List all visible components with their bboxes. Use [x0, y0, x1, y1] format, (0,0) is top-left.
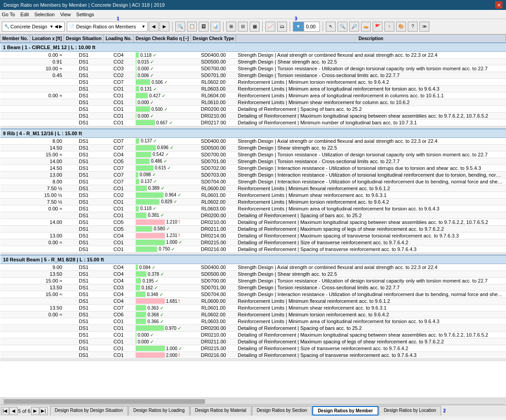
up-btn[interactable]: ↑ [384, 22, 394, 32]
table-row[interactable]: 13.50DS1CO40.378 ✓SD0500.00Strength Desi… [0, 271, 506, 278]
table-row[interactable]: 14.00DS1CO51.210 !DR0210.00Detailing of … [0, 219, 506, 225]
concrete-design-dropdown[interactable]: 🔧 Concrete Design ▼ ◀ ▶ [2, 22, 65, 32]
ratio-bar [136, 339, 137, 344]
cell-situation: DS1 [64, 178, 104, 185]
table-btn[interactable]: ⊞ [226, 22, 236, 32]
menu-settings[interactable]: Settings [76, 12, 94, 17]
prev-view-btn[interactable]: ◀ [149, 22, 159, 32]
tabs-container: Design Ratios by Design SituationDesign … [50, 406, 441, 415]
cell-type: SD0500.00 [191, 144, 236, 151]
table-row[interactable]: DS1CO50.580 ✓DR0211.00Detailing of Reinf… [0, 225, 506, 232]
pie-btn[interactable]: 🥧 [361, 22, 371, 32]
table-row[interactable]: DS1CO10.000 ✓DR0210.00Detailing of Reinf… [0, 113, 506, 119]
tab-2[interactable]: Design Ratios by Material [190, 406, 251, 415]
search-btn[interactable]: 🔍 [175, 22, 185, 32]
table-row[interactable]: 0.00 ≈DS1CO10.118 ✓RL0603.00Reinforcemen… [0, 205, 506, 212]
first-page-btn[interactable]: |◀ [1, 407, 9, 415]
ratio-value: 0.615 ✓ [155, 165, 171, 170]
copy-btn[interactable]: 📋 [187, 22, 197, 32]
cell-situation: DS1 [64, 298, 104, 305]
table-row[interactable]: 0.91DS1CO20.015 ✓SD0500.00Strength Desig… [0, 59, 506, 65]
search2-btn[interactable]: 🔍 [337, 22, 347, 32]
table-row[interactable]: DS1CO10.000 ✓RL0610.00Reinforcement Limi… [0, 99, 506, 106]
table-row[interactable]: 14.00DS1CO50.486 ✓SD0701.00Strength Desi… [0, 158, 506, 164]
prev-page-btn[interactable]: ◀ [9, 407, 18, 415]
next-view-btn[interactable]: ▶ [160, 22, 169, 32]
table-row[interactable]: 15.00 ½DS1CO20.964 ✓RL0601.00Reinforceme… [0, 192, 506, 198]
cell-ratio: 2.000 ! [134, 352, 191, 359]
table-row[interactable]: 15.00 ≈DS1CO40.348 ✓SD0704.00Strength De… [0, 291, 506, 298]
table-row[interactable]: 13.50DS1CO70.363 ✓RL0601.00Reinforcement… [0, 305, 506, 311]
cell-location [30, 79, 64, 86]
color-btn[interactable]: 🎨 [396, 22, 406, 32]
table-row[interactable]: DS1CO10.000 ✓DR0211.00Detailing of Reinf… [0, 338, 506, 345]
ratio-bar [136, 233, 165, 238]
horizontal-scrollbar[interactable] [0, 397, 506, 405]
table-row[interactable]: 0.00 ≈DS1CO11.000 ✓DR0215.00Detailing of… [0, 239, 506, 246]
image-btn[interactable]: 🖼 [199, 22, 209, 32]
table-row[interactable]: 14.50DS1CO70.615 ✓SD0702.00Strength Desi… [0, 164, 506, 171]
table-row[interactable]: DS1CO10.000 ✓DR0210.00Detailing of Reinf… [0, 332, 506, 338]
table-row[interactable]: DS1CO10.750 ✓DR0216.00Detailing of Reinf… [0, 246, 506, 252]
tab-1[interactable]: Design Ratios by Loading [128, 406, 190, 415]
cell-loading: CO2 [104, 192, 134, 198]
tab-0[interactable]: Design Ratios by Design Situation [50, 406, 128, 415]
table-row[interactable]: 10.00 ≈DS1CO30.000 ✓SD0700.00Strength De… [0, 65, 506, 72]
table-row[interactable]: 0.00 ≈DS1CO40.118 ✓SD0400.00Strength Des… [0, 52, 506, 59]
filter-active-btn[interactable]: ▼ [293, 22, 304, 32]
cell-member-no [0, 232, 30, 239]
table-row[interactable]: 0.00 ≈DS1CO10.427 ✓RL0604.00Reinforcemen… [0, 92, 506, 99]
menu-view[interactable]: View [60, 12, 71, 17]
table-row[interactable]: DS1CO10.970 ✓DR0200.00Detailing of Reinf… [0, 325, 506, 332]
table-row[interactable]: 14.50DS1CO70.696 ✓SD0500.00Strength Desi… [0, 144, 506, 151]
layout-btn[interactable]: ▦ [250, 22, 260, 32]
table-row[interactable]: DS1CO10.131 ✓RL0603.00Reinforcement Limi… [0, 86, 506, 92]
expand-btn[interactable]: ≫ [419, 22, 429, 32]
ratio-bar [136, 240, 165, 245]
table-row[interactable]: 15.00 ≈DS1CO40.542 ✓SD0700.00Strength De… [0, 151, 506, 158]
table-row[interactable]: 0.45DS1CO20.006 ✓SD0701.00Strength Desig… [0, 72, 506, 79]
table-row[interactable]: 13.50DS1CO30.162 ✓SD0701.00Strength Desi… [0, 284, 506, 291]
flag-btn[interactable]: 🚩 [373, 22, 383, 32]
table-row[interactable]: DS1CO12.000 !DR0216.00Detailing of Reinf… [0, 352, 506, 359]
title-bar-text: Design Ratio on Members by Member | Conc… [4, 2, 165, 8]
cell-member-no [0, 158, 30, 164]
next-page-btn[interactable]: ▶ [31, 407, 39, 415]
chart-btn[interactable]: 📈 [265, 22, 275, 32]
tab-4[interactable]: Design Ratios by Member [312, 406, 378, 415]
help-btn[interactable]: ? [408, 22, 418, 32]
table-row[interactable]: DS1CO10.366 ✓RL0603.00Reinforcement Limi… [0, 318, 506, 325]
cursor-btn[interactable]: ↖ [326, 22, 336, 32]
last-page-btn[interactable]: ▶| [40, 407, 48, 415]
cell-type: DR0210.00 [191, 219, 236, 225]
menu-goto[interactable]: Go To [2, 12, 15, 17]
table-row[interactable]: DS1CO41.681 !RL0600.00Reinforcement Limi… [0, 298, 506, 305]
table-row[interactable]: DS1CO10.667 ✓DR0217.00Detailing of Reinf… [0, 119, 506, 126]
close-button[interactable]: ✕ [495, 1, 502, 9]
cell-loading: CO4 [104, 232, 134, 239]
grid-btn[interactable]: ⊟ [238, 22, 248, 32]
menu-edit[interactable]: Edit [20, 12, 29, 17]
table-row[interactable]: 7.50 ½DS1CO10.829 ✓RL0602.00Reinforcemen… [0, 198, 506, 205]
export-btn[interactable]: 📊 [210, 22, 220, 32]
view-dropdown[interactable]: 📄 Design Ratios on Members ▼ [67, 22, 148, 32]
table-row[interactable]: DS1CO70.506 ✓RL0602.00Reinforcement Limi… [0, 79, 506, 86]
table-row[interactable]: 7.50 ½DS1CO10.389 ✓RL0600.00Reinforcemen… [0, 185, 506, 192]
zoom-btn[interactable]: 🔎 [349, 22, 359, 32]
table-row[interactable]: DS1CO10.500 ✓DR0200.00Detailing of Reinf… [0, 106, 506, 113]
table-row[interactable]: DS1CO11.000 ✓DR0215.00Detailing of Reinf… [0, 345, 506, 352]
table-row[interactable]: 0.00 ≈DS1CO60.368 ✓RL0602.00Reinforcemen… [0, 311, 506, 318]
cell-type: SD0701.00 [191, 284, 236, 291]
table-row[interactable]: 15.00 ≈DS1CO40.195 ✓SD0700.00Strength De… [0, 278, 506, 284]
table-row[interactable]: 8.00DS1CO70.137 ✓SD0400.00Strength Desig… [0, 137, 506, 144]
table-row[interactable]: 9.00DS1CO40.084 ✓SD0400.00Strength Desig… [0, 264, 506, 271]
cell-situation: DS1 [64, 305, 104, 311]
view3d-btn[interactable]: 🗂 [277, 22, 287, 32]
table-row[interactable]: DS1CO10.381 ✓DR0200.00Detailing of Reinf… [0, 212, 506, 219]
tab-3[interactable]: Design Ratios by Section [252, 406, 312, 415]
table-row[interactable]: 8.00DS1CO70.137 ✓SD0704.00Strength Desig… [0, 178, 506, 185]
table-row[interactable]: 13.00DS1CO41.231 !DR0214.00Detailing of … [0, 232, 506, 239]
menu-selection[interactable]: Selection [34, 12, 55, 17]
tab-5[interactable]: Design Ratios by Location [379, 406, 441, 415]
table-row[interactable]: 13.00DS1CO70.098 ✓SD0703.00Strength Desi… [0, 171, 506, 178]
